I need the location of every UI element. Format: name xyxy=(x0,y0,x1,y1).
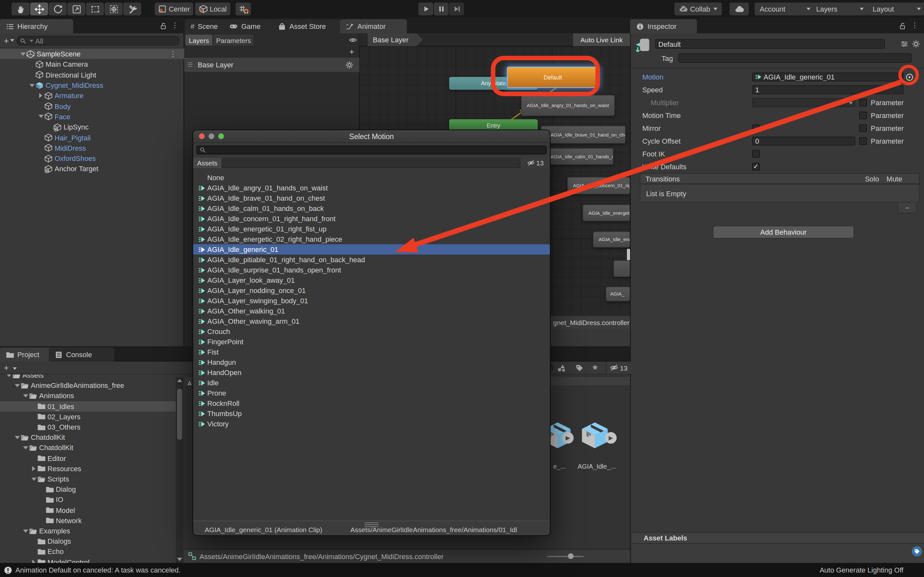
hierarchy-item-mididress[interactable]: MidiDress xyxy=(0,143,184,153)
motion-item-agia-idle-surprise-01-hands-open-front[interactable]: AGIA_Idle_surprise_01_hands_open_front xyxy=(193,265,550,275)
project-folder-animegirlidleanimations-free[interactable]: AnimeGirlIdleAnimations_free xyxy=(0,380,176,390)
state-node-agia-idle-brave-01-hand-on-chest[interactable]: AGIA_Idle_brave_01_hand_on_chest xyxy=(541,126,626,143)
kebab-menu-icon[interactable]: ⋮ xyxy=(911,21,918,29)
hierarchy-item-directional-light[interactable]: Directional Light xyxy=(0,69,184,80)
dialog-title-bar[interactable]: Select Motion xyxy=(193,130,550,143)
hierarchy-item-samplescene[interactable]: SampleScene⋮ xyxy=(0,49,184,59)
gear-icon[interactable] xyxy=(345,61,354,69)
foldout-open-icon[interactable] xyxy=(13,384,21,387)
motion-item-fingerpoint[interactable]: FingerPoint xyxy=(193,337,550,347)
motion-item-none[interactable]: None xyxy=(193,172,550,183)
tab-assets[interactable]: Assets xyxy=(193,158,221,168)
hierarchy-item-cygnet-mididress[interactable]: Cygnet_MidiDress xyxy=(0,80,184,91)
motion-item-crouch[interactable]: Crouch xyxy=(193,326,550,337)
foldout-closed-icon[interactable] xyxy=(30,466,37,471)
foldout-closed-icon[interactable] xyxy=(30,559,37,563)
tab-console[interactable]: Console xyxy=(49,348,114,362)
motion-item-agia-idle-concern-01-right-hand-front[interactable]: AGIA_Idle_concern_01_right_hand_front xyxy=(193,213,550,224)
hierarchy-item-face[interactable]: Face xyxy=(0,111,184,122)
graph-vertical-scrollbar[interactable] xyxy=(627,249,630,260)
slider-knob[interactable] xyxy=(568,553,573,559)
tab-inspector[interactable]: Inspector xyxy=(630,19,697,33)
hidden-count-badge[interactable]: 13 xyxy=(606,362,631,374)
text-field[interactable]: 0 xyxy=(752,137,855,145)
add-behaviour-button[interactable]: Add Behaviour xyxy=(713,226,854,239)
play-overlay-icon[interactable]: ▶ xyxy=(562,432,573,444)
foldout-open-icon[interactable] xyxy=(37,115,44,118)
lock-icon[interactable] xyxy=(159,22,168,30)
scroll-down-icon[interactable] xyxy=(177,558,182,561)
package-thumbnail-icon[interactable] xyxy=(580,421,610,450)
hierarchy-item-hair-pigtail[interactable]: Hair_Pigtail xyxy=(0,132,184,143)
foldout-open-icon[interactable] xyxy=(30,477,37,480)
favorites-star-icon[interactable]: ★ xyxy=(591,363,599,372)
parameter-checkbox[interactable] xyxy=(859,124,867,132)
project-folder-editor[interactable]: Editor xyxy=(0,453,176,463)
motion-item-handgun[interactable]: Handgun xyxy=(193,357,550,367)
presets-icon[interactable] xyxy=(900,40,909,48)
label-tag-icon[interactable] xyxy=(912,546,922,556)
hierarchy-item-armature[interactable]: Armature xyxy=(0,90,184,101)
tab-scene[interactable]: #Scene xyxy=(185,19,228,33)
foldout-open-icon[interactable] xyxy=(22,529,29,532)
project-folder-chatdollkit[interactable]: ChatdollKit xyxy=(0,432,176,442)
layers-tab-button[interactable]: Layers xyxy=(186,35,212,45)
hierarchy-item-body[interactable]: Body xyxy=(0,101,184,111)
project-folder-io[interactable]: IO xyxy=(0,495,176,505)
pause-button[interactable] xyxy=(434,3,449,15)
parameter-checkbox[interactable] xyxy=(859,137,867,145)
state-node-agia-idle-energetic[interactable]: AGIA_Idle_energetic xyxy=(583,205,630,221)
thumbnail-zoom-slider[interactable] xyxy=(547,556,584,557)
motion-item-victory[interactable]: Victory xyxy=(193,419,550,429)
checkbox-mirror[interactable] xyxy=(752,124,760,132)
motion-item-agia-other-waving-arm-01[interactable]: AGIA_Other_waving_arm_01 xyxy=(193,316,550,326)
motion-item-fist[interactable]: Fist xyxy=(193,347,550,357)
hidden-count-badge[interactable]: 13 xyxy=(520,158,550,168)
chevron-down-icon[interactable] xyxy=(13,367,17,370)
project-folder-resources[interactable]: Resources xyxy=(0,464,176,474)
checkbox-write-defaults[interactable]: ✓ xyxy=(752,163,760,171)
remove-transition-button[interactable]: − xyxy=(898,203,917,213)
layout-dropdown[interactable]: Layout xyxy=(867,3,924,15)
orientation-toggle-button[interactable]: Local xyxy=(195,3,230,15)
motion-item-agia-idle-generic-01[interactable]: AGIA_Idle_generic_01 xyxy=(193,244,550,255)
step-button[interactable] xyxy=(449,3,464,15)
project-folder-animations[interactable]: Animations xyxy=(0,391,176,401)
type-filter-icon[interactable] xyxy=(557,364,566,372)
state-node-agia-idle-angry-01-hands-on-waist[interactable]: AGIA_Idle_angry_01_hands_on_waist xyxy=(521,95,615,116)
project-folder-03-others[interactable]: 03_Others xyxy=(0,422,176,432)
hierarchy-item-main-camera[interactable]: Main Camera xyxy=(0,59,184,70)
hierarchy-item-lipsync[interactable]: LipSync xyxy=(0,122,184,132)
project-folder-network[interactable]: Network xyxy=(0,516,176,526)
tab-game[interactable]: Game xyxy=(223,19,272,33)
scrollbar-thumb[interactable] xyxy=(177,388,182,440)
motion-item-agia-idle-angry-01-hands-on-waist[interactable]: AGIA_Idle_angry_01_hands_on_waist xyxy=(193,183,550,193)
breadcrumb[interactable]: Base Layer xyxy=(368,33,423,46)
foldout-open-icon[interactable] xyxy=(13,436,21,439)
gear-icon[interactable] xyxy=(912,40,920,48)
state-node-agia-idle-energ[interactable]: AGIA_Idle_energ xyxy=(593,231,630,247)
custom-tools-button[interactable] xyxy=(123,3,141,15)
state-node-empty[interactable] xyxy=(614,260,630,277)
motion-item-agia-layer-nodding-once-01[interactable]: AGIA_Layer_nodding_once_01 xyxy=(193,285,550,295)
rect-tool-button[interactable] xyxy=(86,3,104,15)
foldout-open-icon[interactable] xyxy=(19,52,26,55)
motion-item-prone[interactable]: Prone xyxy=(193,388,550,398)
hierarchy-item-oxfordshoes[interactable]: OxfordShoes xyxy=(0,153,184,164)
motion-item-agia-layer-swinging-body-01[interactable]: AGIA_Layer_swinging_body_01 xyxy=(193,295,550,306)
drag-handle-icon[interactable]: ☰ xyxy=(187,63,192,66)
hierarchy-item-anchor-target[interactable]: Anchor Target xyxy=(0,164,184,174)
project-folder-dialogs[interactable]: Dialogs xyxy=(0,536,176,546)
move-tool-button[interactable] xyxy=(30,3,48,15)
kebab-menu-icon[interactable]: ⋮ xyxy=(171,21,178,29)
project-folder-01-idles[interactable]: 01_Idles xyxy=(0,401,176,411)
lock-icon[interactable] xyxy=(898,22,907,30)
motion-item-rocknroll[interactable]: RocknRoll xyxy=(193,398,550,408)
hand-tool-button[interactable] xyxy=(11,3,29,15)
foldout-open-icon[interactable] xyxy=(28,84,35,87)
play-button[interactable] xyxy=(418,3,433,15)
foldout-open-icon[interactable] xyxy=(22,446,29,450)
state-node-agia-idle-calm-01-hands-on-ba[interactable]: AGIA_Idle_calm_01_hands_on_ba xyxy=(545,148,614,165)
create-asset-button[interactable]: + xyxy=(4,363,9,372)
status-bar[interactable]: Animation Default on canceled: A task wa… xyxy=(0,563,924,577)
